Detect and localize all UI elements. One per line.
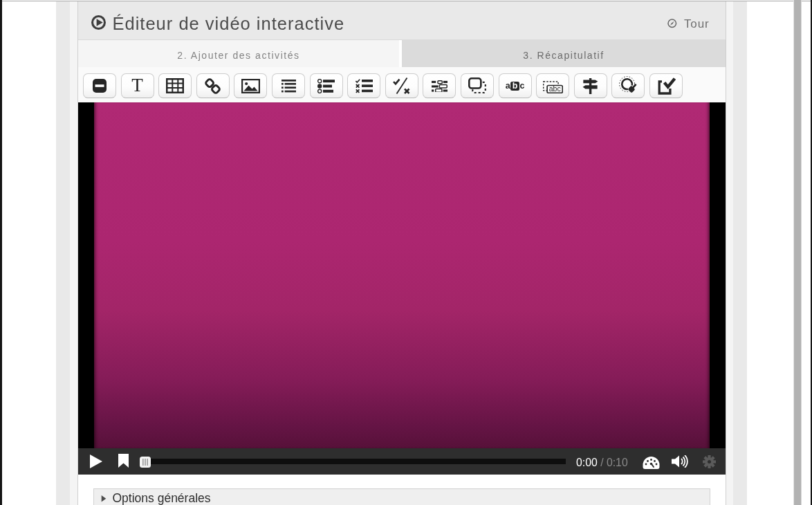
svg-text:abc: abc (548, 84, 560, 93)
